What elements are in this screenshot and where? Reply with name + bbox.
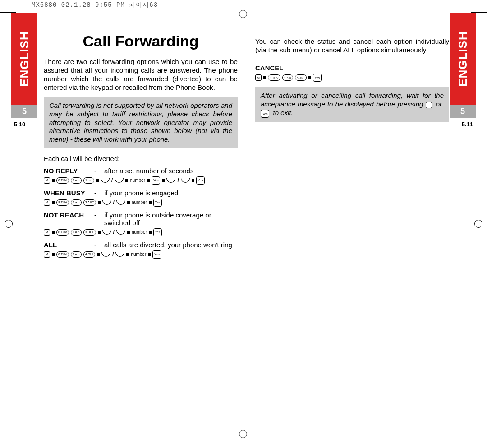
keyseq-not-reach: M 8 TUV 1 a.o 3 DEF / number Yes	[44, 228, 238, 236]
menu-key-icon: M	[44, 229, 50, 236]
page-title: Call Forwarding	[44, 32, 238, 50]
softkey-icon	[116, 230, 125, 235]
eight-key-icon: 8 TUV	[268, 74, 280, 81]
keyseq-cancel: M 8 TUV 1 a.o 5 JKL Yes	[255, 74, 449, 82]
keyseq-when-busy: M 8 TUV 1 a.o 2 ABC / number Yes	[44, 199, 238, 207]
eight-key-icon: 8 TUV	[56, 229, 69, 236]
slash-icon: /	[112, 251, 114, 258]
dot-icon	[263, 76, 266, 79]
right-language-label: ENGLISH	[456, 31, 470, 87]
softkey-icon	[166, 178, 175, 183]
option-name: NOT REACH	[44, 211, 94, 226]
one-key-icon: 1 a.o	[71, 199, 82, 206]
right-language-block: ENGLISH	[450, 13, 476, 105]
note-box-right: After activating or cancelling call forw…	[255, 87, 449, 122]
one-key-icon: 1 a.o	[282, 74, 293, 81]
left-section-label: 5	[22, 107, 27, 116]
number-text: number	[132, 230, 147, 235]
digit-key-icon: 1 a.o	[83, 177, 94, 184]
digit-key-icon: 2 ABC	[83, 199, 96, 206]
dot-icon	[52, 231, 55, 234]
number-text: number	[130, 178, 145, 183]
keyseq-all: M 8 TUV 1 a.o 4 GHI / number Yes	[44, 250, 238, 259]
dot-icon	[97, 253, 100, 256]
slash-icon: /	[113, 229, 115, 236]
yes-key-icon: Yes	[261, 110, 269, 118]
dot-icon	[52, 253, 55, 256]
softkey-icon	[101, 252, 110, 257]
yes-key-icon: Yes	[196, 176, 205, 185]
right-page: You can check the status and cancel each…	[255, 32, 449, 128]
five-key-icon: 5 JKL	[295, 74, 307, 81]
dot-icon	[127, 231, 130, 234]
yes-key-icon: Yes	[313, 74, 322, 82]
keyseq-no-reply: M 8 TUV 1 a.o 1 a.o / number Yes / Yes	[44, 176, 238, 185]
note-right-toexit: to exit.	[273, 109, 293, 116]
header-stamp: MX6880 02.1.28 9:55 PM 페이지63	[32, 1, 158, 9]
left-page: Call Forwarding There are two call forwa…	[44, 32, 238, 259]
left-language-block: ENGLISH	[11, 13, 37, 105]
option-all: ALL - all calls are diverted, your phone…	[44, 241, 238, 249]
option-name: WHEN BUSY	[44, 189, 94, 197]
dot-icon	[149, 231, 152, 234]
yes-key-icon: Yes	[152, 250, 161, 259]
menu-key-icon: M	[44, 199, 50, 206]
note-right-text1: After activating or cancelling call forw…	[261, 92, 444, 108]
dot-icon	[98, 201, 101, 204]
option-desc: all calls are diverted, your phone won't…	[104, 241, 238, 249]
menu-key-icon: M	[44, 177, 50, 184]
dot-icon	[126, 253, 129, 256]
option-no-reply: NO REPLY - after a set number of seconds	[44, 167, 238, 175]
left-page-number: 5.10	[11, 118, 37, 128]
right-section-label: 5	[460, 107, 465, 116]
left-sidebar: ENGLISH 5 5.10	[11, 13, 37, 128]
slash-icon: /	[113, 199, 115, 206]
dot-icon	[125, 179, 128, 182]
dot-icon	[52, 179, 55, 182]
eight-key-icon: 8 TUV	[56, 199, 69, 206]
option-desc: if your phone is engaged	[104, 189, 238, 197]
softkey-icon	[181, 178, 190, 183]
option-not-reach: NOT REACH - if your phone is outside cov…	[44, 211, 238, 226]
right-sidebar: ENGLISH 5 5.11	[450, 13, 476, 128]
dot-icon	[192, 179, 194, 182]
right-page-number: 5.11	[450, 118, 476, 128]
number-text: number	[132, 200, 147, 205]
digit-key-icon: 3 DEF	[83, 229, 96, 236]
option-name: ALL	[44, 241, 94, 249]
dot-icon	[308, 76, 311, 79]
softkey-icon	[102, 230, 111, 235]
dot-icon	[147, 179, 150, 182]
dot-icon	[98, 231, 101, 234]
left-section-block: 5	[11, 105, 37, 118]
cancel-heading: Cancel	[255, 64, 449, 72]
dot-icon	[162, 179, 165, 182]
dot-icon	[148, 253, 151, 256]
lead-sentence: Each call will be diverted:	[44, 155, 238, 162]
intro-paragraph: There are two call forwarding options wh…	[44, 57, 238, 92]
note-box-left: Call forwarding is not supported by all …	[44, 97, 238, 148]
menu-key-icon: M	[44, 251, 50, 258]
yes-key-icon: Yes	[153, 228, 162, 236]
option-desc: after a set number of seconds	[104, 167, 238, 175]
option-when-busy: WHEN BUSY - if your phone is engaged	[44, 189, 238, 197]
eight-key-icon: 8 TUV	[56, 251, 69, 258]
softkey-icon	[101, 178, 110, 183]
softkey-icon	[115, 178, 124, 183]
one-key-icon: 1 a.o	[71, 229, 82, 236]
dot-icon	[149, 201, 152, 204]
c-key-icon: c	[426, 102, 432, 108]
yes-key-icon: Yes	[152, 176, 160, 185]
one-key-icon: 1 a.o	[71, 177, 82, 184]
dot-icon	[127, 201, 130, 204]
one-key-icon: 1 a.o	[71, 251, 82, 258]
option-name: NO REPLY	[44, 167, 94, 175]
number-text: number	[131, 252, 146, 257]
softkey-icon	[116, 200, 125, 205]
softkey-icon	[115, 252, 124, 257]
slash-icon: /	[111, 177, 113, 184]
dot-icon	[96, 179, 99, 182]
right-section-block: 5	[450, 105, 476, 118]
eight-key-icon: 8 TUV	[56, 177, 69, 184]
menu-key-icon: M	[255, 74, 262, 81]
